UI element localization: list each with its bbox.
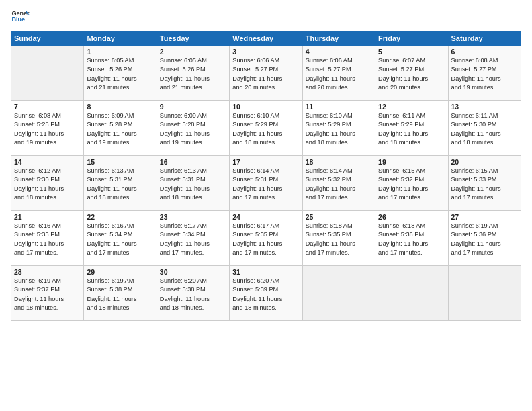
day-number: 24 xyxy=(232,213,299,221)
day-number: 12 xyxy=(378,103,445,111)
header: General Blue xyxy=(11,7,521,26)
day-info: Sunrise: 6:11 AM Sunset: 5:29 PM Dayligh… xyxy=(378,111,445,147)
day-info: Sunrise: 6:14 AM Sunset: 5:31 PM Dayligh… xyxy=(232,167,299,202)
calendar-cell: 25Sunrise: 6:18 AM Sunset: 5:35 PM Dayli… xyxy=(302,211,375,266)
day-info: Sunrise: 6:12 AM Sunset: 5:30 PM Dayligh… xyxy=(14,167,81,202)
calendar-cell: 28Sunrise: 6:19 AM Sunset: 5:37 PM Dayli… xyxy=(11,266,84,321)
day-number: 23 xyxy=(160,213,226,221)
calendar-cell xyxy=(11,46,84,101)
calendar-cell: 12Sunrise: 6:11 AM Sunset: 5:29 PM Dayli… xyxy=(375,101,448,156)
calendar-header-row: SundayMondayTuesdayWednesdayThursdayFrid… xyxy=(11,32,521,46)
day-info: Sunrise: 6:20 AM Sunset: 5:39 PM Dayligh… xyxy=(232,277,299,312)
day-number: 7 xyxy=(14,103,81,111)
calendar-cell: 8Sunrise: 6:09 AM Sunset: 5:28 PM Daylig… xyxy=(84,101,157,156)
calendar-cell: 13Sunrise: 6:11 AM Sunset: 5:30 PM Dayli… xyxy=(448,101,521,156)
day-number: 26 xyxy=(378,213,445,221)
calendar-cell: 27Sunrise: 6:19 AM Sunset: 5:36 PM Dayli… xyxy=(448,211,521,266)
day-info: Sunrise: 6:16 AM Sunset: 5:34 PM Dayligh… xyxy=(87,222,153,257)
calendar-table: SundayMondayTuesdayWednesdayThursdayFrid… xyxy=(11,31,521,321)
day-info: Sunrise: 6:07 AM Sunset: 5:27 PM Dayligh… xyxy=(378,56,445,92)
calendar-cell: 22Sunrise: 6:16 AM Sunset: 5:34 PM Dayli… xyxy=(84,211,157,266)
day-of-week-header: Wednesday xyxy=(230,32,302,46)
day-number: 1 xyxy=(87,48,153,56)
day-info: Sunrise: 6:16 AM Sunset: 5:33 PM Dayligh… xyxy=(14,222,81,257)
day-info: Sunrise: 6:18 AM Sunset: 5:36 PM Dayligh… xyxy=(378,222,445,257)
calendar-cell: 18Sunrise: 6:14 AM Sunset: 5:32 PM Dayli… xyxy=(302,156,375,211)
day-number: 10 xyxy=(232,103,299,111)
day-of-week-header: Friday xyxy=(375,32,448,46)
day-number: 9 xyxy=(160,103,226,111)
day-number: 18 xyxy=(306,158,372,166)
day-number: 15 xyxy=(87,158,153,166)
day-info: Sunrise: 6:06 AM Sunset: 5:27 PM Dayligh… xyxy=(306,56,372,92)
day-number: 31 xyxy=(232,268,299,276)
day-info: Sunrise: 6:20 AM Sunset: 5:38 PM Dayligh… xyxy=(160,277,226,312)
calendar-cell: 14Sunrise: 6:12 AM Sunset: 5:30 PM Dayli… xyxy=(11,156,84,211)
calendar-week-row: 28Sunrise: 6:19 AM Sunset: 5:37 PM Dayli… xyxy=(11,266,521,321)
day-info: Sunrise: 6:08 AM Sunset: 5:28 PM Dayligh… xyxy=(14,111,81,147)
day-number: 28 xyxy=(14,268,81,276)
page: General Blue SundayMondayTuesdayWednesda… xyxy=(0,0,532,411)
day-number: 27 xyxy=(451,213,518,221)
day-number: 22 xyxy=(87,213,153,221)
calendar-cell: 15Sunrise: 6:13 AM Sunset: 5:31 PM Dayli… xyxy=(84,156,157,211)
day-info: Sunrise: 6:11 AM Sunset: 5:30 PM Dayligh… xyxy=(451,111,518,147)
day-info: Sunrise: 6:14 AM Sunset: 5:32 PM Dayligh… xyxy=(306,167,372,202)
calendar-cell: 31Sunrise: 6:20 AM Sunset: 5:39 PM Dayli… xyxy=(230,266,302,321)
day-number: 20 xyxy=(451,158,518,166)
day-of-week-header: Monday xyxy=(84,32,157,46)
calendar-cell: 20Sunrise: 6:15 AM Sunset: 5:33 PM Dayli… xyxy=(448,156,521,211)
calendar-body: 1Sunrise: 6:05 AM Sunset: 5:26 PM Daylig… xyxy=(11,46,521,321)
day-info: Sunrise: 6:06 AM Sunset: 5:27 PM Dayligh… xyxy=(232,56,299,92)
day-info: Sunrise: 6:09 AM Sunset: 5:28 PM Dayligh… xyxy=(87,111,153,147)
day-number: 14 xyxy=(14,158,81,166)
day-number: 3 xyxy=(232,48,299,56)
day-info: Sunrise: 6:05 AM Sunset: 5:26 PM Dayligh… xyxy=(87,56,153,92)
calendar-week-row: 21Sunrise: 6:16 AM Sunset: 5:33 PM Dayli… xyxy=(11,211,521,266)
calendar-cell: 21Sunrise: 6:16 AM Sunset: 5:33 PM Dayli… xyxy=(11,211,84,266)
day-number: 6 xyxy=(451,48,518,56)
calendar-week-row: 1Sunrise: 6:05 AM Sunset: 5:26 PM Daylig… xyxy=(11,46,521,101)
day-number: 25 xyxy=(306,213,372,221)
calendar-cell xyxy=(448,266,521,321)
calendar-cell xyxy=(375,266,448,321)
day-number: 13 xyxy=(451,103,518,111)
day-info: Sunrise: 6:17 AM Sunset: 5:35 PM Dayligh… xyxy=(232,222,299,257)
calendar-week-row: 14Sunrise: 6:12 AM Sunset: 5:30 PM Dayli… xyxy=(11,156,521,211)
day-number: 11 xyxy=(306,103,372,111)
day-of-week-header: Tuesday xyxy=(157,32,229,46)
day-info: Sunrise: 6:19 AM Sunset: 5:36 PM Dayligh… xyxy=(451,222,518,257)
calendar-cell: 30Sunrise: 6:20 AM Sunset: 5:38 PM Dayli… xyxy=(157,266,229,321)
day-number: 21 xyxy=(14,213,81,221)
day-info: Sunrise: 6:13 AM Sunset: 5:31 PM Dayligh… xyxy=(160,167,226,202)
calendar-cell: 19Sunrise: 6:15 AM Sunset: 5:32 PM Dayli… xyxy=(375,156,448,211)
day-info: Sunrise: 6:08 AM Sunset: 5:27 PM Dayligh… xyxy=(451,56,518,92)
day-number: 16 xyxy=(160,158,226,166)
day-of-week-header: Sunday xyxy=(11,32,84,46)
day-number: 8 xyxy=(87,103,153,111)
calendar-cell: 1Sunrise: 6:05 AM Sunset: 5:26 PM Daylig… xyxy=(84,46,157,101)
calendar-cell: 4Sunrise: 6:06 AM Sunset: 5:27 PM Daylig… xyxy=(302,46,375,101)
day-of-week-header: Saturday xyxy=(448,32,521,46)
calendar-cell: 24Sunrise: 6:17 AM Sunset: 5:35 PM Dayli… xyxy=(230,211,302,266)
calendar-cell: 29Sunrise: 6:19 AM Sunset: 5:38 PM Dayli… xyxy=(84,266,157,321)
calendar-cell: 11Sunrise: 6:10 AM Sunset: 5:29 PM Dayli… xyxy=(302,101,375,156)
calendar-cell: 16Sunrise: 6:13 AM Sunset: 5:31 PM Dayli… xyxy=(157,156,229,211)
day-info: Sunrise: 6:19 AM Sunset: 5:38 PM Dayligh… xyxy=(87,277,153,312)
calendar-cell: 5Sunrise: 6:07 AM Sunset: 5:27 PM Daylig… xyxy=(375,46,448,101)
day-info: Sunrise: 6:19 AM Sunset: 5:37 PM Dayligh… xyxy=(14,277,81,312)
day-info: Sunrise: 6:05 AM Sunset: 5:26 PM Dayligh… xyxy=(160,56,226,92)
day-of-week-header: Thursday xyxy=(302,32,375,46)
day-info: Sunrise: 6:10 AM Sunset: 5:29 PM Dayligh… xyxy=(232,111,299,147)
day-number: 17 xyxy=(232,158,299,166)
calendar-cell: 6Sunrise: 6:08 AM Sunset: 5:27 PM Daylig… xyxy=(448,46,521,101)
day-info: Sunrise: 6:17 AM Sunset: 5:34 PM Dayligh… xyxy=(160,222,226,257)
day-number: 29 xyxy=(87,268,153,276)
day-info: Sunrise: 6:18 AM Sunset: 5:35 PM Dayligh… xyxy=(306,222,372,257)
day-number: 30 xyxy=(160,268,226,276)
calendar-cell xyxy=(302,266,375,321)
calendar-cell: 17Sunrise: 6:14 AM Sunset: 5:31 PM Dayli… xyxy=(230,156,302,211)
calendar-cell: 7Sunrise: 6:08 AM Sunset: 5:28 PM Daylig… xyxy=(11,101,84,156)
day-number: 19 xyxy=(378,158,445,166)
day-info: Sunrise: 6:15 AM Sunset: 5:33 PM Dayligh… xyxy=(451,167,518,202)
